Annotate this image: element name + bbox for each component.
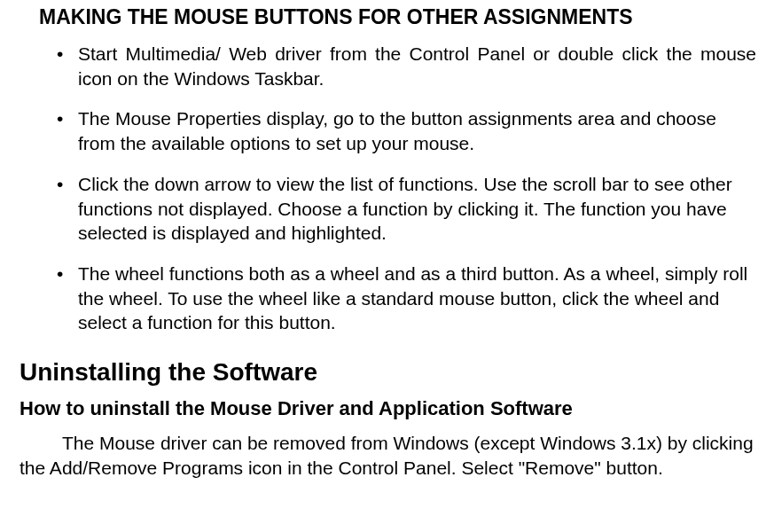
section-heading-uninstall: Uninstalling the Software	[18, 358, 756, 387]
list-item: The Mouse Properties display, go to the …	[51, 106, 756, 155]
section-subheading-uninstall: How to uninstall the Mouse Driver and Ap…	[18, 397, 756, 420]
list-item: Click the down arrow to view the list of…	[51, 172, 756, 246]
paragraph-uninstall: The Mouse driver can be removed from Win…	[18, 431, 756, 480]
list-item: The wheel functions both as a wheel and …	[51, 262, 756, 335]
section-heading-assignments: MAKING THE MOUSE BUTTONS FOR OTHER ASSIG…	[18, 5, 756, 29]
list-item: Start Multimedia/ Web driver from the Co…	[51, 42, 756, 90]
bullet-list-assignments: Start Multimedia/ Web driver from the Co…	[18, 42, 756, 335]
